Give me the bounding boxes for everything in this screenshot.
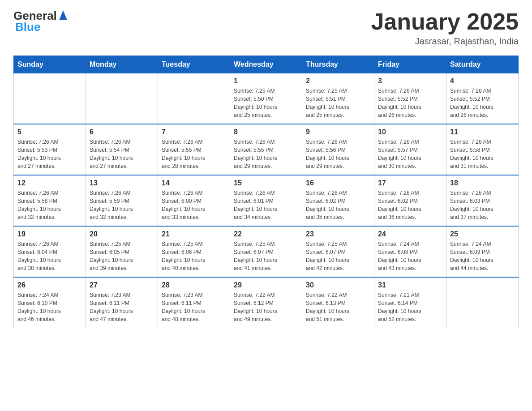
day-info: Sunrise: 7:26 AM Sunset: 6:04 PM Dayligh… bbox=[17, 240, 82, 272]
day-info: Sunrise: 7:25 AM Sunset: 6:07 PM Dayligh… bbox=[306, 240, 370, 272]
header-day-saturday: Saturday bbox=[446, 56, 519, 73]
day-info: Sunrise: 7:21 AM Sunset: 6:14 PM Dayligh… bbox=[378, 291, 442, 323]
location-text: Jasrasar, Rajasthan, India bbox=[371, 36, 519, 47]
day-number: 13 bbox=[90, 179, 154, 187]
page-header: General Blue January 2025 Jasrasar, Raja… bbox=[13, 9, 519, 47]
logo-blue-text: Blue bbox=[15, 20, 68, 34]
day-info: Sunrise: 7:26 AM Sunset: 5:56 PM Dayligh… bbox=[306, 138, 370, 170]
day-number: 26 bbox=[17, 281, 82, 289]
calendar-cell: 11Sunrise: 7:26 AM Sunset: 5:58 PM Dayli… bbox=[446, 124, 519, 175]
calendar-cell: 26Sunrise: 7:24 AM Sunset: 6:10 PM Dayli… bbox=[14, 277, 86, 328]
day-info: Sunrise: 7:26 AM Sunset: 6:00 PM Dayligh… bbox=[162, 189, 226, 221]
calendar-cell: 25Sunrise: 7:24 AM Sunset: 6:09 PM Dayli… bbox=[446, 226, 519, 277]
day-info: Sunrise: 7:26 AM Sunset: 5:53 PM Dayligh… bbox=[17, 138, 82, 170]
day-number: 10 bbox=[378, 128, 442, 136]
day-number: 8 bbox=[234, 128, 298, 136]
day-number: 11 bbox=[450, 128, 515, 136]
month-title: January 2025 bbox=[371, 9, 519, 34]
calendar-cell: 6Sunrise: 7:26 AM Sunset: 5:54 PM Daylig… bbox=[86, 124, 158, 175]
title-section: January 2025 Jasrasar, Rajasthan, India bbox=[371, 9, 519, 47]
calendar-table: SundayMondayTuesdayWednesdayThursdayFrid… bbox=[13, 56, 519, 328]
day-number: 17 bbox=[378, 179, 442, 187]
calendar-cell: 7Sunrise: 7:26 AM Sunset: 5:55 PM Daylig… bbox=[158, 124, 230, 175]
day-number: 1 bbox=[234, 77, 298, 85]
day-number: 18 bbox=[450, 179, 515, 187]
calendar-cell bbox=[158, 73, 230, 124]
calendar-cell bbox=[86, 73, 158, 124]
day-number: 3 bbox=[378, 77, 442, 85]
header-day-tuesday: Tuesday bbox=[158, 56, 230, 73]
day-number: 19 bbox=[17, 230, 82, 238]
week-row-4: 19Sunrise: 7:26 AM Sunset: 6:04 PM Dayli… bbox=[14, 226, 519, 277]
calendar-cell bbox=[446, 277, 519, 328]
day-info: Sunrise: 7:26 AM Sunset: 5:55 PM Dayligh… bbox=[162, 138, 226, 170]
day-number: 27 bbox=[90, 281, 154, 289]
day-info: Sunrise: 7:26 AM Sunset: 5:58 PM Dayligh… bbox=[450, 138, 515, 170]
week-row-5: 26Sunrise: 7:24 AM Sunset: 6:10 PM Dayli… bbox=[14, 277, 519, 328]
day-number: 25 bbox=[450, 230, 515, 238]
header-day-sunday: Sunday bbox=[14, 56, 86, 73]
week-row-3: 12Sunrise: 7:26 AM Sunset: 5:58 PM Dayli… bbox=[14, 175, 519, 226]
day-info: Sunrise: 7:22 AM Sunset: 6:12 PM Dayligh… bbox=[234, 291, 298, 323]
calendar-cell: 3Sunrise: 7:26 AM Sunset: 5:52 PM Daylig… bbox=[374, 73, 446, 124]
calendar-cell: 16Sunrise: 7:26 AM Sunset: 6:02 PM Dayli… bbox=[302, 175, 374, 226]
day-info: Sunrise: 7:26 AM Sunset: 5:54 PM Dayligh… bbox=[90, 138, 154, 170]
day-number: 4 bbox=[450, 77, 515, 85]
day-info: Sunrise: 7:25 AM Sunset: 6:07 PM Dayligh… bbox=[234, 240, 298, 272]
day-info: Sunrise: 7:25 AM Sunset: 6:05 PM Dayligh… bbox=[90, 240, 154, 272]
calendar-cell: 8Sunrise: 7:26 AM Sunset: 5:55 PM Daylig… bbox=[230, 124, 302, 175]
day-number: 31 bbox=[378, 281, 442, 289]
day-info: Sunrise: 7:26 AM Sunset: 6:03 PM Dayligh… bbox=[450, 189, 515, 221]
calendar-cell: 2Sunrise: 7:25 AM Sunset: 5:51 PM Daylig… bbox=[302, 73, 374, 124]
day-info: Sunrise: 7:26 AM Sunset: 5:59 PM Dayligh… bbox=[90, 189, 154, 221]
calendar-cell: 31Sunrise: 7:21 AM Sunset: 6:14 PM Dayli… bbox=[374, 277, 446, 328]
svg-marker-0 bbox=[59, 10, 67, 20]
day-number: 7 bbox=[162, 128, 226, 136]
header-row: SundayMondayTuesdayWednesdayThursdayFrid… bbox=[14, 56, 519, 73]
calendar-cell: 5Sunrise: 7:26 AM Sunset: 5:53 PM Daylig… bbox=[14, 124, 86, 175]
header-day-friday: Friday bbox=[374, 56, 446, 73]
calendar-cell: 20Sunrise: 7:25 AM Sunset: 6:05 PM Dayli… bbox=[86, 226, 158, 277]
day-info: Sunrise: 7:24 AM Sunset: 6:10 PM Dayligh… bbox=[17, 291, 82, 323]
calendar-cell: 29Sunrise: 7:22 AM Sunset: 6:12 PM Dayli… bbox=[230, 277, 302, 328]
logo: General Blue bbox=[13, 9, 68, 34]
day-number: 30 bbox=[306, 281, 370, 289]
logo-flag-icon bbox=[58, 10, 68, 20]
day-number: 24 bbox=[378, 230, 442, 238]
day-info: Sunrise: 7:22 AM Sunset: 6:13 PM Dayligh… bbox=[306, 291, 370, 323]
calendar-cell: 18Sunrise: 7:26 AM Sunset: 6:03 PM Dayli… bbox=[446, 175, 519, 226]
calendar-cell: 9Sunrise: 7:26 AM Sunset: 5:56 PM Daylig… bbox=[302, 124, 374, 175]
day-info: Sunrise: 7:26 AM Sunset: 5:55 PM Dayligh… bbox=[234, 138, 298, 170]
day-number: 21 bbox=[162, 230, 226, 238]
day-number: 9 bbox=[306, 128, 370, 136]
calendar-cell: 19Sunrise: 7:26 AM Sunset: 6:04 PM Dayli… bbox=[14, 226, 86, 277]
day-number: 14 bbox=[162, 179, 226, 187]
calendar-cell: 12Sunrise: 7:26 AM Sunset: 5:58 PM Dayli… bbox=[14, 175, 86, 226]
calendar-cell: 1Sunrise: 7:25 AM Sunset: 5:50 PM Daylig… bbox=[230, 73, 302, 124]
day-number: 29 bbox=[234, 281, 298, 289]
day-info: Sunrise: 7:26 AM Sunset: 5:52 PM Dayligh… bbox=[378, 87, 442, 119]
day-info: Sunrise: 7:26 AM Sunset: 6:02 PM Dayligh… bbox=[378, 189, 442, 221]
day-info: Sunrise: 7:24 AM Sunset: 6:08 PM Dayligh… bbox=[378, 240, 442, 272]
day-info: Sunrise: 7:26 AM Sunset: 5:58 PM Dayligh… bbox=[17, 189, 82, 221]
day-number: 6 bbox=[90, 128, 154, 136]
calendar-cell: 15Sunrise: 7:26 AM Sunset: 6:01 PM Dayli… bbox=[230, 175, 302, 226]
calendar-cell bbox=[14, 73, 86, 124]
calendar-cell: 24Sunrise: 7:24 AM Sunset: 6:08 PM Dayli… bbox=[374, 226, 446, 277]
calendar-cell: 10Sunrise: 7:26 AM Sunset: 5:57 PM Dayli… bbox=[374, 124, 446, 175]
day-info: Sunrise: 7:24 AM Sunset: 6:09 PM Dayligh… bbox=[450, 240, 515, 272]
day-number: 16 bbox=[306, 179, 370, 187]
week-row-1: 1Sunrise: 7:25 AM Sunset: 5:50 PM Daylig… bbox=[14, 73, 519, 124]
calendar-cell: 22Sunrise: 7:25 AM Sunset: 6:07 PM Dayli… bbox=[230, 226, 302, 277]
calendar-cell: 30Sunrise: 7:22 AM Sunset: 6:13 PM Dayli… bbox=[302, 277, 374, 328]
day-info: Sunrise: 7:26 AM Sunset: 6:01 PM Dayligh… bbox=[234, 189, 298, 221]
calendar-cell: 23Sunrise: 7:25 AM Sunset: 6:07 PM Dayli… bbox=[302, 226, 374, 277]
calendar-cell: 14Sunrise: 7:26 AM Sunset: 6:00 PM Dayli… bbox=[158, 175, 230, 226]
day-number: 5 bbox=[17, 128, 82, 136]
header-day-thursday: Thursday bbox=[302, 56, 374, 73]
calendar-cell: 21Sunrise: 7:25 AM Sunset: 6:06 PM Dayli… bbox=[158, 226, 230, 277]
day-info: Sunrise: 7:26 AM Sunset: 5:57 PM Dayligh… bbox=[378, 138, 442, 170]
day-number: 22 bbox=[234, 230, 298, 238]
day-number: 15 bbox=[234, 179, 298, 187]
day-info: Sunrise: 7:23 AM Sunset: 6:11 PM Dayligh… bbox=[90, 291, 154, 323]
